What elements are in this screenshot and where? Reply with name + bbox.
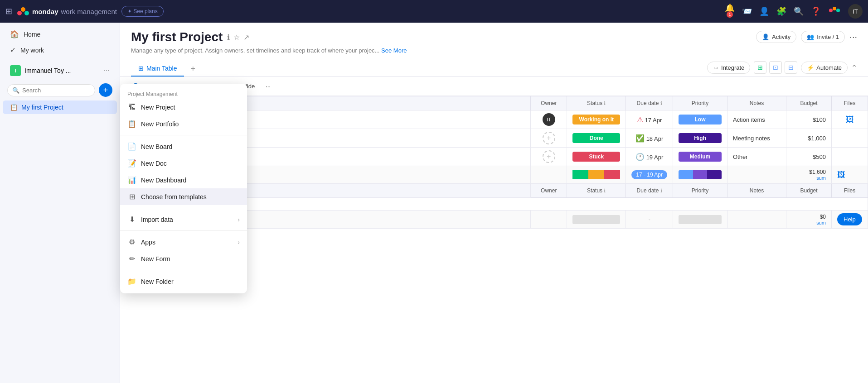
row-priority[interactable]: High [673, 129, 727, 148]
dropdown-item-new-dashboard[interactable]: 📊 New Dashboard [120, 172, 247, 188]
search-box[interactable]: 🔍 [7, 84, 95, 96]
star-icon[interactable]: ☆ [233, 33, 240, 42]
tab-main-table[interactable]: ⊞ Main Table [131, 61, 184, 77]
dropdown-item-new-folder[interactable]: 📁 New Folder [120, 273, 247, 290]
summary-sum-2: sum [792, 220, 826, 225]
add-tab-button[interactable]: + [186, 62, 200, 77]
date-range-badge: 17 - 19 Apr [631, 170, 667, 179]
collapse-button[interactable]: ⌃ [851, 63, 857, 72]
new-board-icon: 📄 [127, 142, 136, 151]
row-priority[interactable]: Medium [673, 148, 727, 166]
dropdown-item-new-form[interactable]: ✏ New Form [120, 250, 247, 267]
more-toolbar-button[interactable]: ··· [261, 81, 275, 92]
activity-button[interactable]: 👤 Activity [756, 31, 796, 43]
dropdown-item-new-project[interactable]: 🏗 New Project [120, 99, 247, 115]
project-title: My first Project [131, 30, 223, 44]
integrate-button[interactable]: ↔ Integrate [707, 62, 750, 74]
row-due-date: ⚠ 17 Apr [626, 110, 673, 129]
import-icon: ⬇ [127, 215, 136, 224]
inbox-icon[interactable]: 📨 [742, 6, 752, 16]
add-button[interactable]: + [99, 83, 112, 97]
new-folder-icon: 📁 [127, 277, 136, 286]
new-portfolio-icon: 📋 [127, 120, 136, 128]
row-status[interactable]: Done [567, 129, 626, 148]
color-icon-1[interactable]: ⊞ [754, 61, 766, 74]
check-icon: ✅ [635, 134, 645, 142]
row-status[interactable]: Working on it [567, 110, 626, 129]
row-files[interactable]: 🖼 [832, 110, 868, 129]
import-arrow-icon: › [238, 216, 240, 223]
project-title-icons: ℹ ☆ ↗ [227, 33, 249, 42]
workspace-options-icon[interactable]: ··· [104, 67, 110, 75]
apps-marketplace-icon[interactable]: 🧩 [776, 6, 786, 16]
priority-badge-high: High [679, 133, 722, 143]
status-badge-done: Done [572, 133, 620, 143]
new-form-icon: ✏ [127, 254, 136, 263]
row-files [832, 148, 868, 166]
col-budget-header: Budget [786, 96, 832, 110]
automate-button[interactable]: ⚡ Automate [801, 62, 848, 74]
col-notes-header-2: Notes [727, 184, 786, 198]
row-priority[interactable]: Low [673, 110, 727, 129]
dropdown-item-new-doc[interactable]: 📝 New Doc [120, 155, 247, 172]
project-name-label: My first Project [21, 104, 63, 111]
color-icon-2[interactable]: ⊡ [769, 61, 782, 74]
summary-budget-1: $1,600 [809, 169, 826, 175]
search-input[interactable] [22, 87, 90, 94]
col-files-header: Files [832, 96, 868, 110]
empty-status-bar [572, 215, 620, 224]
integrate-label: Integrate [721, 64, 744, 71]
row-status[interactable]: Stuck [567, 148, 626, 166]
color-icon-3[interactable]: ⊟ [785, 61, 797, 74]
priority-badge-low: Low [679, 115, 722, 124]
workspace-header[interactable]: I Immanuel Toy ... ··· [3, 62, 117, 80]
col-status-header: Status ℹ [567, 96, 626, 110]
help-icon[interactable]: ❓ [811, 6, 821, 16]
owner-avatar-empty: + [543, 132, 555, 144]
app-logo: monday work management [17, 5, 117, 18]
help-button[interactable]: Help [837, 213, 862, 225]
status-badge-stuck: Stuck [572, 152, 620, 162]
sidebar-item-home[interactable]: 🏠 Home [3, 26, 117, 42]
project-header: My first Project ℹ ☆ ↗ Manage any type o… [120, 23, 868, 77]
logo-text: monday [32, 8, 58, 15]
dropdown-item-choose-templates[interactable]: ⊞ Choose from templates [120, 188, 247, 205]
table-icon: ⊞ [138, 65, 144, 72]
add-project-label[interactable]: + Add project [162, 198, 868, 211]
see-plans-button[interactable]: ✦ See plans [121, 6, 164, 17]
row-owner: + [531, 148, 567, 166]
svg-point-2 [24, 11, 29, 15]
row-notes: Meeting notes [727, 129, 786, 148]
sidebar-item-mywork[interactable]: ✓ My work [3, 42, 117, 58]
user-avatar[interactable]: IT [848, 4, 863, 19]
dropdown-item-import-data[interactable]: ⬇ Import data › [120, 211, 247, 228]
workspace-avatar: I [10, 65, 21, 76]
invite-button[interactable]: 👥 Invite / 1 [801, 31, 845, 43]
col-files-header-2: Files [832, 184, 868, 198]
search-icon[interactable]: 🔍 [794, 6, 804, 16]
dropdown-item-new-portfolio[interactable]: 📋 New Portfolio [120, 115, 247, 132]
svg-point-3 [829, 9, 833, 12]
grid-menu-icon[interactable]: ⊞ [5, 6, 12, 16]
new-project-icon: 🏗 [127, 103, 136, 111]
col-date-header: Due date ℹ [626, 96, 673, 110]
more-options-button[interactable]: ··· [849, 32, 857, 42]
import-data-label: Import data [141, 216, 173, 223]
monday-dot-icon [828, 5, 841, 18]
share-icon[interactable]: ↗ [243, 33, 249, 42]
notification-icon[interactable]: 🔔 1 [725, 3, 735, 19]
sidebar-item-my-first-project[interactable]: 📋 My first Project [3, 101, 117, 114]
row-budget: $1,000 [786, 129, 832, 148]
priority-summary-bar [679, 170, 722, 179]
add-people-icon[interactable]: 👤 [759, 6, 769, 16]
mywork-label: My work [20, 47, 44, 54]
clock-icon: 🕐 [635, 153, 645, 161]
dropdown-item-apps[interactable]: ⚙ Apps › [120, 234, 247, 250]
apps-icon: ⚙ [127, 238, 136, 246]
alert-icon: ⚠ [637, 116, 643, 124]
file-icon: 🖼 [837, 170, 845, 179]
info-icon[interactable]: ℹ [227, 33, 230, 42]
row-owner: IT [531, 110, 567, 129]
see-more-link[interactable]: See More [381, 47, 407, 54]
dropdown-item-new-board[interactable]: 📄 New Board [120, 138, 247, 155]
